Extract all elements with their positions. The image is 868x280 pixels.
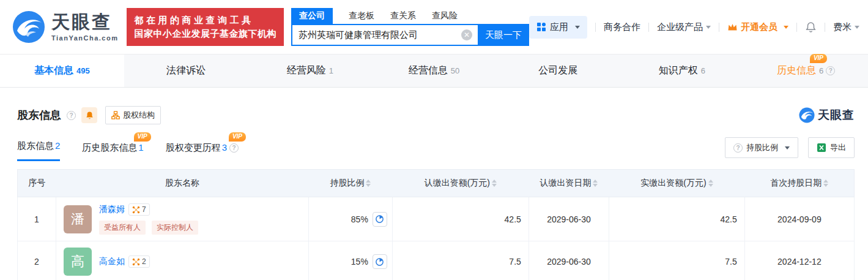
clear-search-icon[interactable]: ✕ — [461, 29, 472, 40]
sort-icon[interactable] — [708, 180, 713, 187]
subtab-count: 1 — [138, 142, 143, 153]
chevron-down-icon — [706, 26, 711, 29]
divider — [595, 23, 596, 32]
chevron-down-icon — [785, 146, 790, 149]
col-paid-amount[interactable]: 实缴出资额(万元) — [609, 170, 745, 197]
apps-menu[interactable]: 应用 — [529, 16, 587, 39]
sort-icon[interactable] — [823, 180, 828, 187]
col-subscribed-date[interactable]: 认缴出资日期 — [529, 170, 609, 197]
related-companies-badge[interactable]: 2 — [128, 255, 150, 268]
crown-icon — [727, 23, 738, 32]
section-title: 股东信息 — [17, 108, 61, 123]
help-icon[interactable]: ? — [826, 66, 835, 75]
subscribed-amount: 42.5 — [392, 197, 529, 241]
vip-badge: VIP — [134, 132, 151, 142]
tab-count: 50 — [451, 66, 459, 75]
brand-slogan-banner: 都在用的商业查询工具 国家中小企业发展子基金旗下机构 — [127, 8, 284, 46]
sort-icon[interactable] — [593, 180, 598, 187]
notifications-bell-icon[interactable] — [805, 21, 817, 33]
holding-ratio-value: 15% — [351, 257, 368, 267]
subtab-count: 3 — [222, 142, 227, 153]
shareholder-section: 股东信息 ? 股权结构 天眼查 股东信息2 — [0, 106, 868, 280]
export-button[interactable]: 导出 — [808, 137, 855, 158]
tab-operational-risk[interactable]: 经营风险 1 — [248, 55, 372, 87]
search-input[interactable] — [291, 24, 478, 46]
tab-label: 公司发展 — [538, 64, 577, 77]
subtab-label: 历史股东信息 — [82, 142, 137, 153]
holding-ratio-filter-button[interactable]: ? 持股比例 — [725, 137, 798, 158]
col-first-holding-date[interactable]: 首次持股日期 — [744, 170, 854, 197]
open-vip-menu[interactable]: 开通会员 — [727, 21, 788, 33]
tianyancha-logo[interactable]: 天眼查 TianYanCha.com — [12, 10, 118, 44]
chevron-down-icon — [575, 26, 580, 29]
divider — [796, 23, 797, 32]
subscribed-amount: 7.5 — [392, 241, 529, 280]
vip-badge: VIP — [229, 132, 246, 142]
business-coop-link[interactable]: 商务合作 — [604, 21, 640, 33]
sort-icon[interactable] — [492, 180, 497, 187]
divider — [719, 23, 719, 32]
subtab-equity-change-history[interactable]: 股权变更历程3? VIP — [166, 136, 239, 161]
equity-structure-label: 股权结构 — [123, 110, 155, 121]
company-detail-tabs: 基本信息 495 法律诉讼 经营风险 1 经营信息 50 公司发展 知识产权 6… — [0, 54, 868, 88]
sort-icon[interactable] — [366, 180, 371, 187]
shareholder-name-link[interactable]: 高金如 — [99, 256, 125, 267]
apps-grid-icon — [536, 22, 546, 32]
table-row: 2 高 高金如 — [18, 241, 855, 280]
search-tab-company[interactable]: 查公司 — [291, 8, 333, 24]
col-index: 序号 — [18, 170, 56, 197]
search-tab-boss[interactable]: 查老板 — [349, 8, 374, 24]
tab-label: 经营信息 — [409, 64, 448, 77]
subtab-shareholders[interactable]: 股东信息2 — [17, 134, 60, 161]
enterprise-products-label: 企业级产品 — [657, 21, 703, 33]
tab-count: 6 — [701, 66, 705, 75]
open-vip-label: 开通会员 — [741, 21, 777, 33]
vip-badge: VIP — [810, 54, 827, 63]
bell-icon — [85, 111, 94, 120]
excel-icon — [817, 143, 826, 153]
tab-label: 法律诉讼 — [166, 64, 206, 77]
divider — [825, 23, 825, 32]
divider — [648, 23, 649, 32]
tab-label: 基本信息 — [34, 64, 73, 77]
search-button[interactable]: 天眼一下 — [478, 24, 529, 46]
col-subscribed-amount[interactable]: 认缴出资额(万元) — [392, 170, 529, 197]
relation-graph-icon — [132, 258, 140, 266]
equity-structure-button[interactable]: 股权结构 — [105, 106, 161, 124]
col-holding-ratio[interactable]: 持股比例 — [309, 170, 393, 197]
user-menu[interactable]: 费米 — [833, 21, 859, 33]
paid-amount: 7.5 — [609, 241, 745, 280]
tab-legal-proceedings[interactable]: 法律诉讼 — [124, 55, 248, 87]
tianyancha-logo-icon — [12, 10, 45, 44]
tab-history-info[interactable]: 历史信息 VIP 6 ? — [744, 55, 868, 87]
col-shareholder-name: 股东名称 — [56, 170, 308, 197]
table-header-row: 序号 股东名称 持股比例 认缴出资额(万元) 认缴出资日期 实缴出资额(万元) … — [18, 170, 855, 197]
search-tab-relation[interactable]: 查关系 — [390, 8, 416, 24]
tab-label: 经营风险 — [287, 64, 326, 77]
help-icon[interactable]: ? — [229, 143, 239, 153]
search-tab-risk[interactable]: 查风险 — [432, 8, 458, 24]
tab-company-development[interactable]: 公司发展 — [496, 55, 620, 87]
subtab-label: 股权变更历程 — [166, 142, 221, 153]
beneficial-owner-tag: 受益所有人 — [99, 221, 146, 235]
tab-count: 495 — [76, 66, 90, 75]
subtab-historical-shareholders[interactable]: 历史股东信息1 VIP — [82, 136, 143, 161]
logo-name: 天眼查 — [51, 13, 118, 31]
shareholder-name-link[interactable]: 潘森姆 — [99, 204, 125, 215]
tab-business-info[interactable]: 经营信息 50 — [372, 55, 496, 87]
first-holding-date: 2024-12-12 — [744, 241, 854, 280]
chevron-down-icon — [855, 26, 859, 29]
subtab-label: 股东信息 — [17, 140, 54, 151]
related-companies-count: 7 — [142, 205, 146, 214]
paid-amount: 42.5 — [609, 197, 745, 241]
related-companies-badge[interactable]: 7 — [128, 203, 150, 216]
subscribe-bell-button[interactable] — [81, 107, 97, 123]
enterprise-products-menu[interactable]: 企业级产品 — [657, 21, 711, 33]
pie-chart-icon[interactable] — [373, 254, 387, 269]
search-tabs: 查公司 查老板 查关系 查风险 — [291, 8, 529, 24]
tab-basic-info[interactable]: 基本信息 495 — [0, 55, 124, 87]
help-icon[interactable]: ? — [67, 111, 76, 120]
first-holding-date: 2024-09-09 — [744, 197, 854, 241]
tab-intellectual-property[interactable]: 知识产权 6 — [620, 55, 744, 87]
pie-chart-icon[interactable] — [373, 212, 387, 227]
